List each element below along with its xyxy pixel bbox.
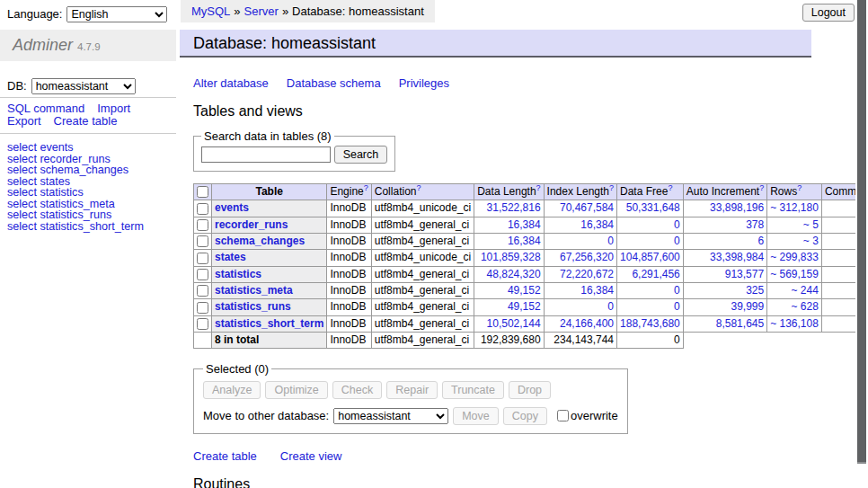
database-schema-link[interactable]: Database schema [287,76,381,90]
language-row: Language:English [0,0,176,30]
column-header-table[interactable]: Table [212,184,327,200]
data-free-link[interactable]: 0 [674,300,680,313]
sidebar-link-sql-command[interactable]: SQL command [7,102,84,115]
data-free-link[interactable]: 6,291,456 [632,268,679,280]
data-length-link[interactable]: 16,384 [508,235,541,247]
help-link[interactable]: ? [609,183,614,192]
overwrite-checkbox[interactable] [557,410,569,421]
auto-increment-link[interactable]: 39,999 [731,300,764,313]
rows-link[interactable]: ~ 136,108 [770,317,819,330]
row-checkbox[interactable] [197,253,208,264]
data-free-cell: 0 [617,299,684,315]
index-length-link[interactable]: 16,384 [580,284,614,297]
table-link-schema-changes[interactable]: schema_changes [215,235,305,247]
search-button[interactable]: Search [334,146,388,164]
data-free-link[interactable]: 0 [674,284,680,297]
table-link-statistics-meta[interactable]: statistics_meta [215,284,293,297]
sidebar-item-schema-changes[interactable]: select schema_changes [7,164,169,176]
adminer-logo[interactable]: Adminer [13,36,73,54]
search-input[interactable] [201,146,331,163]
db-select[interactable]: homeassistant [31,78,136,94]
vertical-scrollbar[interactable] [855,0,868,488]
column-header-engine[interactable]: Engine? [327,184,371,200]
rows-link[interactable]: ~ 628 [792,300,819,313]
language-select[interactable]: English [66,6,167,22]
sidebar-item-events[interactable]: select events [7,142,169,154]
help-link[interactable]: ? [364,183,368,192]
move-db-select[interactable]: homeassistant [333,408,448,424]
rows-link[interactable]: ~ 569,159 [770,268,819,280]
index-length-link[interactable]: 67,256,320 [560,251,614,263]
table-link-statistics-runs[interactable]: statistics_runs [215,300,291,313]
row-checkbox[interactable] [197,318,208,330]
data-free-link[interactable]: 188,743,680 [620,317,680,330]
data-length-link[interactable]: 31,522,816 [487,201,541,214]
index-length-link[interactable]: 24,166,400 [560,317,614,330]
auto-increment-link[interactable]: 8,581,645 [716,317,764,330]
auto-increment-link[interactable]: 33,398,984 [710,251,764,263]
table-link-events[interactable]: events [215,201,249,214]
sidebar-link-create-table[interactable]: Create table [54,115,118,128]
table-link-recorder-runs[interactable]: recorder_runs [215,218,288,231]
column-header-data-free[interactable]: Data Free? [617,184,684,200]
sidebar-link-export[interactable]: Export [7,115,41,128]
row-checkbox[interactable] [197,203,208,215]
column-header-rows[interactable]: Rows? [767,184,822,200]
row-checkbox[interactable] [197,235,208,247]
rows-link[interactable]: ~ 312,180 [770,201,819,214]
collation-cell: utf8mb4_general_ci [371,266,474,282]
table-row: states InnoDB utf8mb4_unicode_ci 101,859… [194,250,868,266]
scrollbar-thumb[interactable] [857,0,866,464]
data-length-link[interactable]: 49,152 [508,284,541,297]
row-checkbox[interactable] [197,219,208,231]
data-length-link[interactable]: 49,152 [508,300,541,313]
overwrite-label: overwrite [571,409,618,422]
row-checkbox[interactable] [197,269,208,280]
auto-increment-link[interactable]: 913,577 [725,268,764,280]
help-link[interactable]: ? [668,183,672,192]
index-length-link[interactable]: 0 [607,300,614,313]
row-checkbox[interactable] [197,285,208,297]
create-table-link[interactable]: Create table [193,449,257,463]
help-link[interactable]: ? [416,183,421,192]
rows-link[interactable]: ~ 244 [792,284,819,297]
column-header-data-length[interactable]: Data Length? [474,184,544,200]
privileges-link[interactable]: Privileges [399,76,449,90]
auto-increment-link[interactable]: 33,898,196 [710,201,764,214]
help-link[interactable]: ? [797,183,802,192]
rows-link[interactable]: ~ 299,833 [770,251,819,263]
column-header-index-length[interactable]: Index Length? [544,184,616,200]
index-length-link[interactable]: 70,467,584 [560,201,614,214]
data-length-link[interactable]: 10,502,144 [487,317,541,330]
table-link-states[interactable]: states [215,251,246,263]
alter-database-link[interactable]: Alter database [193,76,269,90]
auto-increment-link[interactable]: 6 [757,235,764,247]
column-header-auto-increment[interactable]: Auto Increment? [683,184,766,200]
data-free-link[interactable]: 0 [674,235,680,247]
auto-increment-link[interactable]: 325 [746,284,764,297]
sidebar-item-statistics-short-term[interactable]: select statistics_short_term [7,221,169,233]
data-free-link[interactable]: 0 [674,218,680,231]
data-free-link[interactable]: 50,331,648 [626,201,680,214]
index-length-link[interactable]: 16,384 [580,218,614,231]
data-length-link[interactable]: 48,824,320 [487,268,541,280]
help-link[interactable]: ? [759,183,764,192]
column-header-collation[interactable]: Collation? [371,184,474,200]
table-link-statistics[interactable]: statistics [215,268,261,280]
auto-increment-link[interactable]: 378 [746,218,764,231]
rows-link[interactable]: ~ 3 [803,235,819,247]
select-all-checkbox[interactable] [197,186,208,198]
rows-link[interactable]: ~ 5 [803,218,819,231]
data-free-link[interactable]: 104,857,600 [620,251,680,263]
sidebar-item-statistics[interactable]: select statistics [7,187,169,199]
row-checkbox[interactable] [197,302,208,314]
help-link[interactable]: ? [536,183,541,192]
create-view-link[interactable]: Create view [280,449,342,463]
table-link-statistics-short-term[interactable]: statistics_short_term [215,317,323,330]
sidebar-link-import[interactable]: Import [97,102,130,115]
index-length-link[interactable]: 72,220,672 [560,268,614,280]
data-length-link[interactable]: 101,859,328 [481,251,541,263]
sidebar-item-statistics-runs[interactable]: select statistics_runs [7,209,169,221]
index-length-link[interactable]: 0 [607,235,614,247]
data-length-link[interactable]: 16,384 [508,218,541,231]
